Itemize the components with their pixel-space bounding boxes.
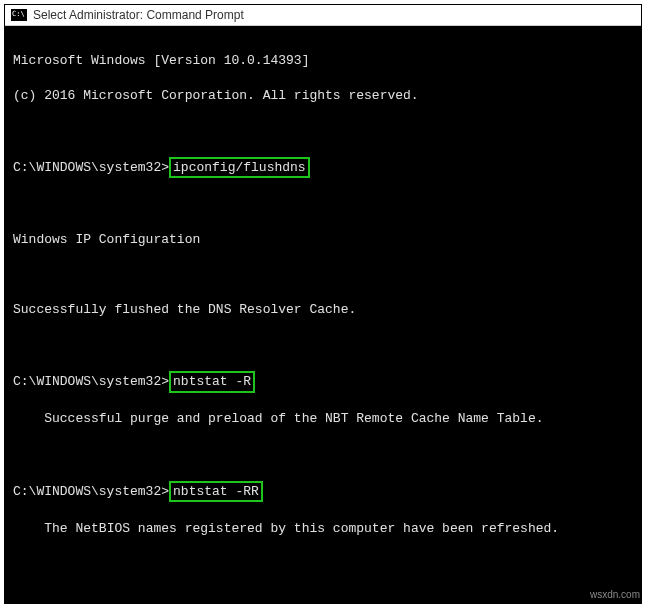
blank-line [13, 336, 633, 354]
output-line: The NetBIOS names registered by this com… [13, 520, 633, 538]
prompt: C:\WINDOWS\system32> [13, 374, 169, 389]
cmd-icon [11, 9, 27, 21]
output-line: Windows IP Configuration [13, 231, 633, 249]
prompt: C:\WINDOWS\system32> [13, 484, 169, 499]
blank-line [13, 590, 633, 604]
command-highlight: nbtstat -R [169, 371, 255, 393]
titlebar[interactable]: Select Administrator: Command Prompt [5, 5, 641, 26]
output-line: (c) 2016 Microsoft Corporation. All righ… [13, 87, 633, 105]
prompt-line: C:\WINDOWS\system32>ipconfig/flushdns [13, 157, 633, 179]
blank-line [13, 122, 633, 140]
blank-line [13, 446, 633, 464]
output-line: Microsoft Windows [Version 10.0.14393] [13, 52, 633, 70]
blank-line [13, 196, 633, 214]
blank-line [13, 555, 633, 573]
prompt: C:\WINDOWS\system32> [13, 160, 169, 175]
command-highlight: nbtstat -RR [169, 481, 263, 503]
prompt-line: C:\WINDOWS\system32>nbtstat -RR [13, 481, 633, 503]
command-highlight: ipconfig/flushdns [169, 157, 310, 179]
window-title: Select Administrator: Command Prompt [33, 8, 244, 22]
prompt-line: C:\WINDOWS\system32>nbtstat -R [13, 371, 633, 393]
output-line: Successful purge and preload of the NBT … [13, 410, 633, 428]
output-line: Successfully flushed the DNS Resolver Ca… [13, 301, 633, 319]
terminal-output[interactable]: Microsoft Windows [Version 10.0.14393] (… [5, 26, 641, 604]
source-attribution: wsxdn.com [590, 589, 640, 600]
blank-line [13, 266, 633, 284]
command-prompt-window: Select Administrator: Command Prompt Mic… [4, 4, 642, 604]
